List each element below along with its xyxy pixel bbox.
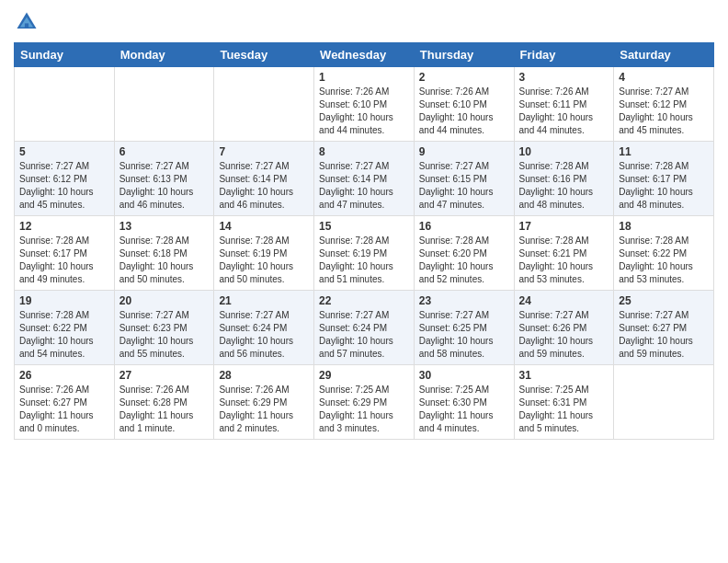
day-number: 24 xyxy=(519,294,609,307)
day-info: Sunrise: 7:26 AMSunset: 6:10 PMDaylight:… xyxy=(419,86,509,137)
day-number: 7 xyxy=(219,145,309,158)
day-info: Sunrise: 7:28 AMSunset: 6:18 PMDaylight:… xyxy=(119,235,210,286)
calendar-cell: 14Sunrise: 7:28 AMSunset: 6:19 PMDayligh… xyxy=(214,216,314,291)
day-info: Sunrise: 7:27 AMSunset: 6:27 PMDaylight:… xyxy=(619,309,709,361)
calendar-cell: 13Sunrise: 7:28 AMSunset: 6:18 PMDayligh… xyxy=(114,216,214,291)
day-number: 21 xyxy=(219,294,309,307)
day-number: 16 xyxy=(419,220,509,233)
day-info: Sunrise: 7:28 AMSunset: 6:22 PMDaylight:… xyxy=(19,309,109,361)
day-number: 15 xyxy=(319,220,409,233)
day-number: 17 xyxy=(519,220,609,233)
calendar-cell: 7Sunrise: 7:27 AMSunset: 6:14 PMDaylight… xyxy=(214,142,314,216)
day-info: Sunrise: 7:25 AMSunset: 6:29 PMDaylight:… xyxy=(319,384,409,435)
day-number: 23 xyxy=(419,294,509,307)
calendar-cell: 6Sunrise: 7:27 AMSunset: 6:13 PMDaylight… xyxy=(114,142,214,216)
calendar-cell: 27Sunrise: 7:26 AMSunset: 6:28 PMDayligh… xyxy=(114,365,214,440)
day-number: 9 xyxy=(419,145,509,158)
calendar-cell: 30Sunrise: 7:25 AMSunset: 6:30 PMDayligh… xyxy=(414,365,514,440)
day-number: 3 xyxy=(519,71,609,84)
calendar-table: SundayMondayTuesdayWednesdayThursdayFrid… xyxy=(14,42,714,440)
day-number: 12 xyxy=(19,220,109,233)
day-info: Sunrise: 7:26 AMSunset: 6:29 PMDaylight:… xyxy=(219,384,309,435)
day-info: Sunrise: 7:27 AMSunset: 6:14 PMDaylight:… xyxy=(319,160,409,212)
calendar-cell xyxy=(214,67,314,142)
calendar-cell: 28Sunrise: 7:26 AMSunset: 6:29 PMDayligh… xyxy=(214,365,314,440)
calendar-cell: 15Sunrise: 7:28 AMSunset: 6:19 PMDayligh… xyxy=(314,216,415,291)
day-info: Sunrise: 7:28 AMSunset: 6:19 PMDaylight:… xyxy=(219,235,309,286)
day-info: Sunrise: 7:26 AMSunset: 6:28 PMDaylight:… xyxy=(119,384,210,435)
day-number: 6 xyxy=(119,145,210,158)
logo xyxy=(14,9,43,35)
weekday-header-tuesday: Tuesday xyxy=(214,43,314,67)
day-info: Sunrise: 7:26 AMSunset: 6:27 PMDaylight:… xyxy=(19,384,109,435)
calendar-cell: 22Sunrise: 7:27 AMSunset: 6:24 PMDayligh… xyxy=(314,291,415,365)
calendar-cell: 8Sunrise: 7:27 AMSunset: 6:14 PMDaylight… xyxy=(314,142,415,216)
day-info: Sunrise: 7:27 AMSunset: 6:13 PMDaylight:… xyxy=(119,160,210,212)
day-info: Sunrise: 7:28 AMSunset: 6:17 PMDaylight:… xyxy=(619,160,709,212)
calendar-cell: 12Sunrise: 7:28 AMSunset: 6:17 PMDayligh… xyxy=(15,216,115,291)
day-info: Sunrise: 7:25 AMSunset: 6:30 PMDaylight:… xyxy=(419,384,509,435)
day-info: Sunrise: 7:27 AMSunset: 6:26 PMDaylight:… xyxy=(519,309,609,361)
week-row-1: 1Sunrise: 7:26 AMSunset: 6:10 PMDaylight… xyxy=(15,67,714,142)
weekday-header-monday: Monday xyxy=(114,43,214,67)
day-info: Sunrise: 7:27 AMSunset: 6:12 PMDaylight:… xyxy=(19,160,109,212)
day-info: Sunrise: 7:28 AMSunset: 6:19 PMDaylight:… xyxy=(319,235,409,286)
calendar-cell: 2Sunrise: 7:26 AMSunset: 6:10 PMDaylight… xyxy=(414,67,514,142)
day-info: Sunrise: 7:28 AMSunset: 6:17 PMDaylight:… xyxy=(19,235,109,286)
calendar-cell: 17Sunrise: 7:28 AMSunset: 6:21 PMDayligh… xyxy=(514,216,614,291)
day-info: Sunrise: 7:27 AMSunset: 6:24 PMDaylight:… xyxy=(319,309,409,361)
day-number: 27 xyxy=(119,369,210,382)
calendar-cell xyxy=(614,365,714,440)
weekday-header-wednesday: Wednesday xyxy=(314,43,415,67)
weekday-header-saturday: Saturday xyxy=(614,43,714,67)
calendar-cell: 10Sunrise: 7:28 AMSunset: 6:16 PMDayligh… xyxy=(514,142,614,216)
calendar-cell: 9Sunrise: 7:27 AMSunset: 6:15 PMDaylight… xyxy=(414,142,514,216)
day-info: Sunrise: 7:27 AMSunset: 6:23 PMDaylight:… xyxy=(119,309,210,361)
day-number: 25 xyxy=(619,294,709,307)
calendar-cell: 19Sunrise: 7:28 AMSunset: 6:22 PMDayligh… xyxy=(15,291,115,365)
week-row-2: 5Sunrise: 7:27 AMSunset: 6:12 PMDaylight… xyxy=(15,142,714,216)
day-number: 30 xyxy=(419,369,509,382)
calendar-cell xyxy=(15,67,115,142)
day-number: 1 xyxy=(319,71,409,84)
day-number: 13 xyxy=(119,220,210,233)
day-number: 31 xyxy=(519,369,609,382)
day-info: Sunrise: 7:27 AMSunset: 6:25 PMDaylight:… xyxy=(419,309,509,361)
logo-icon xyxy=(14,9,40,35)
calendar-cell: 29Sunrise: 7:25 AMSunset: 6:29 PMDayligh… xyxy=(314,365,415,440)
weekday-header-friday: Friday xyxy=(514,43,614,67)
calendar-cell: 25Sunrise: 7:27 AMSunset: 6:27 PMDayligh… xyxy=(614,291,714,365)
day-info: Sunrise: 7:28 AMSunset: 6:21 PMDaylight:… xyxy=(519,235,609,286)
day-info: Sunrise: 7:25 AMSunset: 6:31 PMDaylight:… xyxy=(519,384,609,435)
day-number: 14 xyxy=(219,220,309,233)
calendar-cell: 3Sunrise: 7:26 AMSunset: 6:11 PMDaylight… xyxy=(514,67,614,142)
calendar-cell: 26Sunrise: 7:26 AMSunset: 6:27 PMDayligh… xyxy=(15,365,115,440)
day-info: Sunrise: 7:27 AMSunset: 6:12 PMDaylight:… xyxy=(619,86,709,137)
svg-rect-2 xyxy=(25,23,28,29)
day-number: 11 xyxy=(619,145,709,158)
day-number: 10 xyxy=(519,145,609,158)
day-number: 20 xyxy=(119,294,210,307)
week-row-4: 19Sunrise: 7:28 AMSunset: 6:22 PMDayligh… xyxy=(15,291,714,365)
day-info: Sunrise: 7:27 AMSunset: 6:15 PMDaylight:… xyxy=(419,160,509,212)
week-row-3: 12Sunrise: 7:28 AMSunset: 6:17 PMDayligh… xyxy=(15,216,714,291)
calendar-cell: 16Sunrise: 7:28 AMSunset: 6:20 PMDayligh… xyxy=(414,216,514,291)
day-info: Sunrise: 7:26 AMSunset: 6:10 PMDaylight:… xyxy=(319,86,409,137)
day-number: 22 xyxy=(319,294,409,307)
day-number: 26 xyxy=(19,369,109,382)
calendar-cell: 23Sunrise: 7:27 AMSunset: 6:25 PMDayligh… xyxy=(414,291,514,365)
page: SundayMondayTuesdayWednesdayThursdayFrid… xyxy=(0,0,728,563)
day-number: 4 xyxy=(619,71,709,84)
weekday-header-row: SundayMondayTuesdayWednesdayThursdayFrid… xyxy=(15,43,714,67)
calendar-cell: 4Sunrise: 7:27 AMSunset: 6:12 PMDaylight… xyxy=(614,67,714,142)
day-info: Sunrise: 7:26 AMSunset: 6:11 PMDaylight:… xyxy=(519,86,609,137)
day-number: 18 xyxy=(619,220,709,233)
calendar-cell: 31Sunrise: 7:25 AMSunset: 6:31 PMDayligh… xyxy=(514,365,614,440)
calendar-cell: 18Sunrise: 7:28 AMSunset: 6:22 PMDayligh… xyxy=(614,216,714,291)
day-number: 28 xyxy=(219,369,309,382)
day-number: 5 xyxy=(19,145,109,158)
day-number: 19 xyxy=(19,294,109,307)
day-info: Sunrise: 7:27 AMSunset: 6:24 PMDaylight:… xyxy=(219,309,309,361)
day-info: Sunrise: 7:28 AMSunset: 6:20 PMDaylight:… xyxy=(419,235,509,286)
calendar-cell xyxy=(114,67,214,142)
